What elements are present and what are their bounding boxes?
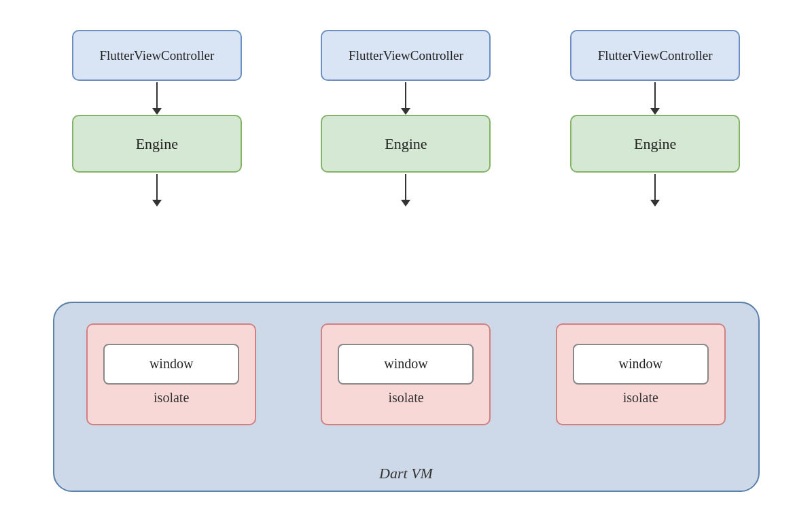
flutter-vc-2: FlutterViewController: [321, 30, 491, 81]
flutter-vc-1: FlutterViewController: [72, 30, 242, 81]
isolate-label-2: isolate: [388, 390, 423, 406]
top-section: FlutterViewController Engine FlutterView…: [33, 16, 780, 308]
architecture-diagram: FlutterViewController Engine FlutterView…: [33, 16, 780, 499]
isolate-label-3: isolate: [623, 390, 658, 406]
isolate-box-3: window isolate: [556, 323, 726, 425]
window-box-1: window: [103, 344, 239, 385]
engine-3: Engine: [570, 115, 740, 173]
dart-vm-container: window isolate window isolate window iso…: [53, 302, 760, 492]
isolate-label-1: isolate: [154, 390, 189, 406]
window-box-2: window: [338, 344, 474, 385]
dart-vm-label: Dart VM: [54, 465, 758, 482]
isolate-box-1: window isolate: [86, 323, 256, 425]
isolate-box-2: window isolate: [321, 323, 491, 425]
column-1: FlutterViewController Engine: [48, 30, 266, 207]
column-3: FlutterViewController Engine: [546, 30, 764, 207]
engine-2: Engine: [321, 115, 491, 173]
column-2: FlutterViewController Engine: [297, 30, 514, 207]
flutter-vc-3: FlutterViewController: [570, 30, 740, 81]
window-box-3: window: [573, 344, 709, 385]
engine-1: Engine: [72, 115, 242, 173]
